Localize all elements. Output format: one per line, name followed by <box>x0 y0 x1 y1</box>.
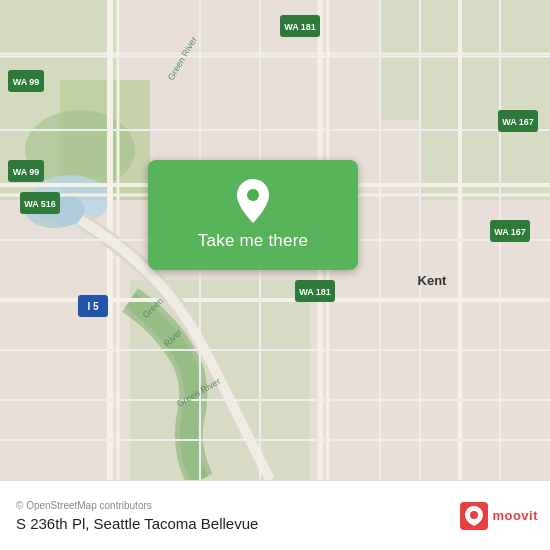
svg-text:WA 167: WA 167 <box>494 227 526 237</box>
svg-text:WA 99: WA 99 <box>13 77 40 87</box>
svg-text:Kent: Kent <box>418 273 448 288</box>
location-title: S 236th Pl, Seattle Tacoma Bellevue <box>16 515 258 532</box>
svg-text:WA 181: WA 181 <box>284 22 316 32</box>
svg-text:WA 99: WA 99 <box>13 167 40 177</box>
location-pin-icon <box>235 179 271 223</box>
moovit-text: moovit <box>492 508 538 523</box>
moovit-icon <box>460 502 488 530</box>
svg-text:WA 181: WA 181 <box>299 287 331 297</box>
svg-point-52 <box>470 511 478 519</box>
button-label: Take me there <box>198 231 308 251</box>
svg-text:I 5: I 5 <box>87 301 99 312</box>
bottom-bar: © OpenStreetMap contributors S 236th Pl,… <box>0 480 550 550</box>
svg-point-50 <box>247 189 259 201</box>
svg-text:WA 167: WA 167 <box>502 117 534 127</box>
bottom-text: © OpenStreetMap contributors S 236th Pl,… <box>16 500 258 532</box>
take-me-there-button[interactable]: Take me there <box>148 160 358 270</box>
svg-rect-4 <box>380 0 550 120</box>
map-container: WA 99 WA 99 WA 181 WA 181 WA 167 WA 167 … <box>0 0 550 480</box>
moovit-logo: moovit <box>460 502 538 530</box>
osm-credit: © OpenStreetMap contributors <box>16 500 258 511</box>
svg-text:WA 516: WA 516 <box>24 199 56 209</box>
